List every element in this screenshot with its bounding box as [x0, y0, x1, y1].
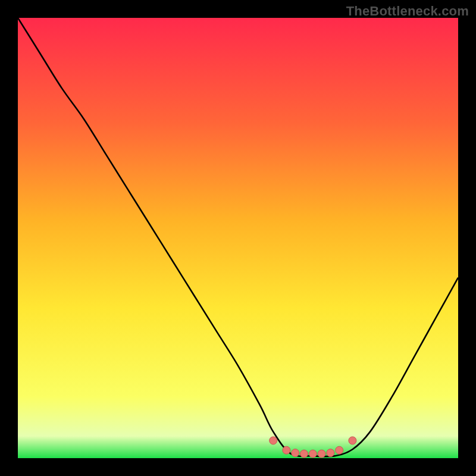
optimal-point-marker	[336, 446, 343, 454]
optimal-point-marker	[300, 450, 308, 458]
watermark-text: TheBottleneck.com	[346, 4, 469, 19]
optimal-point-marker	[270, 437, 277, 444]
plot-area	[18, 18, 458, 458]
optimal-point-marker	[283, 446, 290, 454]
chart-frame: TheBottleneck.com	[0, 0, 476, 476]
gradient-background	[18, 18, 458, 458]
bottleneck-chart	[18, 18, 458, 458]
optimal-point-marker	[349, 437, 356, 444]
optimal-point-marker	[318, 450, 325, 458]
optimal-point-marker	[309, 450, 317, 458]
optimal-point-marker	[292, 449, 299, 457]
optimal-point-marker	[327, 449, 334, 457]
